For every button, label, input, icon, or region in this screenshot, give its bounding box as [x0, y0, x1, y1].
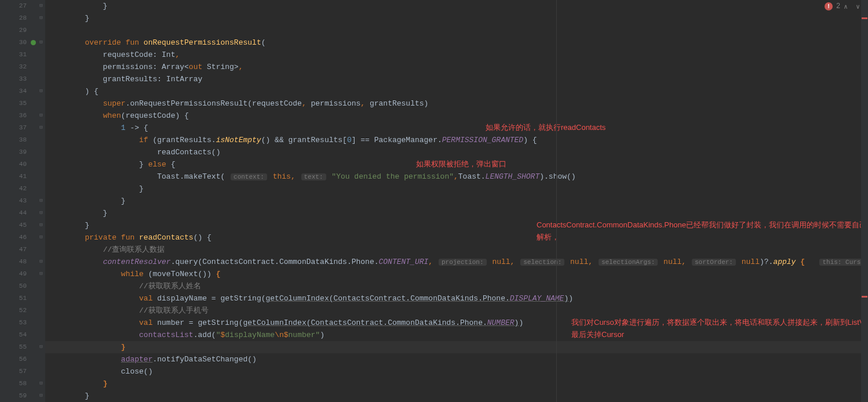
- line-number[interactable]: 47: [8, 244, 37, 256]
- parameter-hint: sortOrder:: [692, 259, 736, 266]
- line-number[interactable]: 55: [8, 341, 37, 353]
- code-line[interactable]: private fun readContacts() {: [45, 231, 868, 244]
- line-number[interactable]: 30: [8, 37, 37, 49]
- fold-open-icon[interactable]: ⊟: [39, 113, 44, 118]
- line-number-gutter[interactable]: 2728293031323334353637383940414243444546…: [8, 0, 37, 402]
- code-editor[interactable]: 2728293031323334353637383940414243444546…: [0, 0, 868, 402]
- nav-arrows[interactable]: ∧ ∨: [844, 3, 862, 10]
- line-number[interactable]: 53: [8, 317, 37, 329]
- line-number[interactable]: 48: [8, 256, 37, 268]
- code-line[interactable]: close(): [45, 365, 868, 378]
- code-line[interactable]: }: [45, 0, 868, 12]
- fold-close-icon[interactable]: ⊟: [39, 381, 44, 386]
- right-margin-guide: [556, 0, 557, 402]
- fold-gutter[interactable]: ⊟⊟⊟⊟⊟⊟⊟⊟⊟⊟⊟⊟⊟⊟⊟: [37, 0, 45, 402]
- code-line[interactable]: when(requestCode) {: [45, 110, 868, 122]
- line-number[interactable]: 38: [8, 134, 37, 146]
- code-line[interactable]: ) {: [45, 85, 868, 97]
- fold-open-icon[interactable]: ⊟: [39, 259, 44, 265]
- line-number[interactable]: 31: [8, 49, 37, 61]
- line-number[interactable]: 36: [8, 110, 37, 122]
- line-number[interactable]: 58: [8, 378, 37, 390]
- line-number[interactable]: 57: [8, 365, 37, 378]
- code-line[interactable]: }: [45, 207, 868, 219]
- code-line[interactable]: //查询联系人数据: [45, 244, 868, 256]
- parameter-hint: selectionArgs:: [599, 259, 658, 266]
- parameter-hint: text:: [301, 173, 326, 180]
- scroll-error-mark[interactable]: [862, 296, 867, 298]
- code-line[interactable]: override fun onRequestPermissionsResult(: [45, 37, 868, 49]
- left-margin: [0, 0, 8, 402]
- code-line[interactable]: } else {如果权限被拒绝，弹出窗口: [45, 158, 868, 171]
- line-number[interactable]: 45: [8, 219, 37, 231]
- code-line[interactable]: permissions: Array<out String>,: [45, 61, 868, 73]
- line-number[interactable]: 50: [8, 280, 37, 292]
- code-line[interactable]: contentResolver.query(ContactsContract.C…: [45, 256, 868, 268]
- fold-open-icon[interactable]: ⊟: [39, 89, 44, 94]
- line-number[interactable]: 42: [8, 183, 37, 195]
- fold-close-icon[interactable]: ⊟: [39, 211, 44, 216]
- fold-close-icon[interactable]: ⊟: [39, 393, 44, 399]
- fold-close-icon[interactable]: ⊟: [39, 223, 44, 228]
- code-line[interactable]: }: [45, 341, 868, 353]
- fold-open-icon[interactable]: ⊟: [39, 271, 44, 277]
- line-number[interactable]: 35: [8, 97, 37, 110]
- line-number[interactable]: 56: [8, 353, 37, 365]
- code-line[interactable]: contactsList.add("$displayName\n$number"…: [45, 329, 868, 341]
- fold-close-icon[interactable]: ⊟: [39, 16, 44, 21]
- line-number[interactable]: 41: [8, 171, 37, 183]
- line-number[interactable]: 49: [8, 268, 37, 280]
- error-count: 2: [836, 2, 840, 10]
- code-line[interactable]: val number = getString(getColumnIndex(Co…: [45, 317, 868, 329]
- code-line[interactable]: 1 -> {如果允许的话，就执行readContacts: [45, 122, 868, 134]
- code-line[interactable]: if (grantResults.isNotEmpty() && grantRe…: [45, 134, 868, 146]
- code-line[interactable]: super.onRequestPermissionsResult(request…: [45, 97, 868, 110]
- line-number[interactable]: 51: [8, 292, 37, 305]
- code-line[interactable]: while (moveToNext()) {: [45, 268, 868, 280]
- annotation: 如果允许的话，就执行readContacts: [486, 122, 671, 134]
- code-line[interactable]: val displayName = getString(getColumnInd…: [45, 292, 868, 305]
- inspection-indicator[interactable]: ! 2 ∧ ∨: [825, 2, 862, 10]
- code-line[interactable]: readContacts(): [45, 146, 868, 158]
- code-line[interactable]: }ContactsContract.CommonDataKinds.Phone已…: [45, 219, 868, 231]
- fold-open-icon[interactable]: ⊟: [39, 40, 44, 45]
- fold-close-icon[interactable]: ⊟: [39, 345, 44, 350]
- line-number[interactable]: 32: [8, 61, 37, 73]
- line-number[interactable]: 37: [8, 122, 37, 134]
- fold-open-icon[interactable]: ⊟: [39, 125, 44, 131]
- code-line[interactable]: //获取联系人姓名: [45, 280, 868, 292]
- line-number[interactable]: 59: [8, 390, 37, 402]
- line-number[interactable]: 28: [8, 12, 37, 24]
- code-line[interactable]: }: [45, 390, 868, 402]
- parameter-hint: projection:: [439, 259, 487, 266]
- line-number[interactable]: 43: [8, 195, 37, 207]
- code-line[interactable]: [45, 24, 868, 37]
- line-number[interactable]: 27: [8, 0, 37, 12]
- scrollbar[interactable]: [861, 0, 868, 402]
- line-number[interactable]: 33: [8, 73, 37, 85]
- code-line[interactable]: }: [45, 12, 868, 24]
- line-number[interactable]: 54: [8, 329, 37, 341]
- line-number[interactable]: 34: [8, 85, 37, 97]
- scroll-error-mark[interactable]: [862, 17, 867, 19]
- line-number[interactable]: 44: [8, 207, 37, 219]
- code-line[interactable]: requestCode: Int,: [45, 49, 868, 61]
- code-line[interactable]: }: [45, 195, 868, 207]
- line-number[interactable]: 52: [8, 305, 37, 317]
- line-number[interactable]: 46: [8, 231, 37, 244]
- error-icon: !: [825, 2, 833, 10]
- code-line[interactable]: adapter.notifyDataSetChanged(): [45, 353, 868, 365]
- fold-open-icon[interactable]: ⊟: [39, 235, 44, 240]
- line-number[interactable]: 40: [8, 158, 37, 171]
- fold-close-icon[interactable]: ⊟: [39, 3, 44, 9]
- annotation: 如果权限被拒绝，弹出窗口: [416, 158, 567, 171]
- code-line[interactable]: }: [45, 183, 868, 195]
- line-number[interactable]: 39: [8, 146, 37, 158]
- code-line[interactable]: grantResults: IntArray: [45, 73, 868, 85]
- code-line[interactable]: }: [45, 378, 868, 390]
- line-number[interactable]: 29: [8, 24, 37, 37]
- code-line[interactable]: Toast.makeText( context: this, text: "Yo…: [45, 171, 868, 183]
- code-line[interactable]: //获取联系人手机号: [45, 305, 868, 317]
- fold-close-icon[interactable]: ⊟: [39, 198, 44, 204]
- code-text-area[interactable]: } } override fun onRequestPermissionsRes…: [45, 0, 868, 402]
